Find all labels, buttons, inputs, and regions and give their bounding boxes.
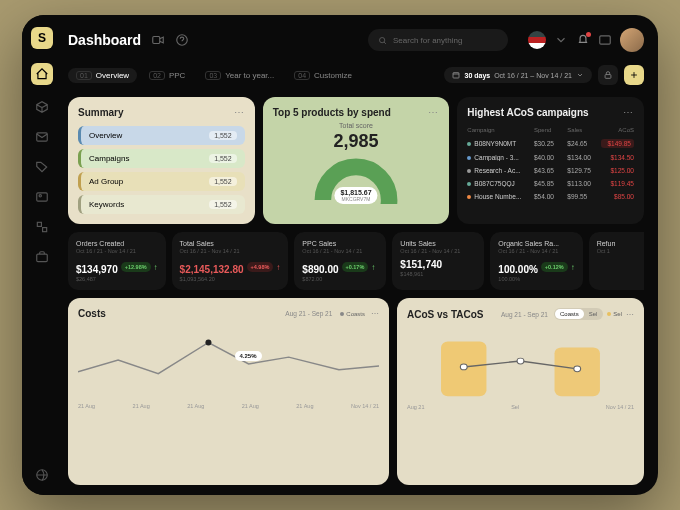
calendar-icon (452, 71, 460, 79)
metric-total-sales[interactable]: Total SalesOct 16 / 21 - Nov 14 / 21 $2,… (172, 232, 289, 290)
bell-icon[interactable] (576, 33, 590, 47)
svg-rect-11 (453, 73, 459, 78)
tab-customize[interactable]: 04Customize (286, 68, 360, 83)
nav-briefcase-icon[interactable] (34, 249, 50, 265)
tab-year[interactable]: 03Year to year... (197, 68, 282, 83)
svg-point-20 (517, 358, 524, 364)
avatar[interactable] (620, 28, 644, 52)
svg-rect-4 (43, 228, 47, 232)
svg-point-2 (39, 195, 41, 197)
summary-item-campaigns[interactable]: Campaigns1,552 (78, 149, 245, 168)
metrics-row: Orders CreatedOct 16 / 21 - Nov 14 / 21 … (68, 232, 644, 290)
metric-organic[interactable]: Organic Sales Ra...Oct 16 / 21 - Nov 14 … (490, 232, 582, 290)
summary-item-keywords[interactable]: Keywords1,552 (78, 195, 245, 214)
svg-rect-5 (37, 254, 48, 262)
nav-mail-icon[interactable] (34, 129, 50, 145)
svg-point-19 (460, 364, 467, 370)
svg-rect-10 (600, 36, 611, 44)
table-row[interactable]: Research - Ac...$43.65$129.75$125.00 (467, 164, 634, 177)
nav-tag-icon[interactable] (34, 159, 50, 175)
locale-flag-icon[interactable] (528, 31, 546, 49)
chart-callout: 4.25% (235, 351, 262, 361)
tab-overview[interactable]: 01Overview (68, 68, 137, 83)
search-icon (378, 36, 387, 45)
metric-orders[interactable]: Orders CreatedOct 16 / 21 - Nov 14 / 21 … (68, 232, 166, 290)
svg-rect-7 (153, 37, 160, 44)
lock-button[interactable] (598, 65, 618, 85)
date-range-picker[interactable]: 30 daysOct 16 / 21 – Nov 14 / 21 (444, 67, 592, 83)
svg-rect-3 (37, 222, 41, 226)
nav-box-icon[interactable] (34, 99, 50, 115)
more-icon[interactable]: ⋯ (371, 309, 379, 318)
highest-acos-card: ⋯ Highest ACoS campaigns CampaignSpendSa… (457, 97, 644, 224)
costs-chart-card: Costs Aug 21 - Sep 21 Coasts ⋯ 4.25% 21 … (68, 298, 389, 485)
sidebar: S (22, 15, 62, 495)
search-input[interactable]: Search for anything (368, 29, 508, 51)
summary-item-adgroup[interactable]: Ad Group1,552 (78, 172, 245, 191)
svg-rect-1 (37, 193, 48, 201)
table-header: CampaignSpendSalesACoS (467, 124, 634, 136)
svg-point-16 (205, 340, 211, 346)
svg-point-9 (380, 37, 385, 42)
table-row[interactable]: B08NY9N0MT$30.25$24.65$149.85 (467, 136, 634, 151)
more-icon[interactable]: ⋯ (626, 310, 634, 319)
metric-ppc-sales[interactable]: PPC SalesOct 16 / 21 - Nov 14 / 21 $890.… (294, 232, 386, 290)
summary-card: ⋯ Summary Overview1,552 Campaigns1,552 A… (68, 97, 255, 224)
top-products-card: ⋯ Top 5 products by spend Total score 2,… (263, 97, 450, 224)
nav-home-icon[interactable] (31, 63, 53, 85)
page-title: Dashboard (68, 32, 141, 48)
more-icon[interactable]: ⋯ (234, 107, 245, 118)
help-icon[interactable] (175, 33, 189, 47)
bar-chart (407, 324, 634, 402)
line-chart: 4.25% (78, 323, 379, 401)
chevron-down-icon (576, 71, 584, 79)
table-row[interactable]: B087C75QQJ$45.85$113.00$119.45 (467, 177, 634, 190)
topbar: Dashboard Search for anything (68, 25, 644, 55)
chevron-down-icon[interactable] (554, 33, 568, 47)
table-row[interactable]: Campaign - 3...$40.00$134.00$134.50 (467, 151, 634, 164)
donut-chart: $1,815.67MKCGRV7M (310, 154, 402, 204)
more-icon[interactable]: ⋯ (623, 107, 634, 118)
video-icon[interactable] (151, 33, 165, 47)
inbox-icon[interactable] (598, 33, 612, 47)
table-row[interactable]: House Numbe...$54.00$99.55$85.00 (467, 190, 634, 203)
metric-units[interactable]: Units SalesOct 16 / 21 - Nov 14 / 21 $15… (392, 232, 484, 290)
tabs: 01Overview 02PPC 03Year to year... 04Cus… (68, 63, 644, 87)
chart-toggle[interactable]: CoastsSel (554, 308, 603, 320)
nav-globe-icon[interactable] (34, 467, 50, 483)
tab-ppc[interactable]: 02PPC (141, 68, 193, 83)
summary-item-overview[interactable]: Overview1,552 (78, 126, 245, 145)
nav-layers-icon[interactable] (34, 219, 50, 235)
nav-image-icon[interactable] (34, 189, 50, 205)
svg-point-21 (574, 366, 581, 372)
more-icon[interactable]: ⋯ (428, 107, 439, 118)
app-logo[interactable]: S (31, 27, 53, 49)
svg-rect-12 (605, 75, 611, 79)
metric-refund[interactable]: RefunOct 1 (589, 232, 644, 290)
acos-chart-card: ACoS vs TACoS Aug 21 - Sep 21 CoastsSel … (397, 298, 644, 485)
add-button[interactable] (624, 65, 644, 85)
